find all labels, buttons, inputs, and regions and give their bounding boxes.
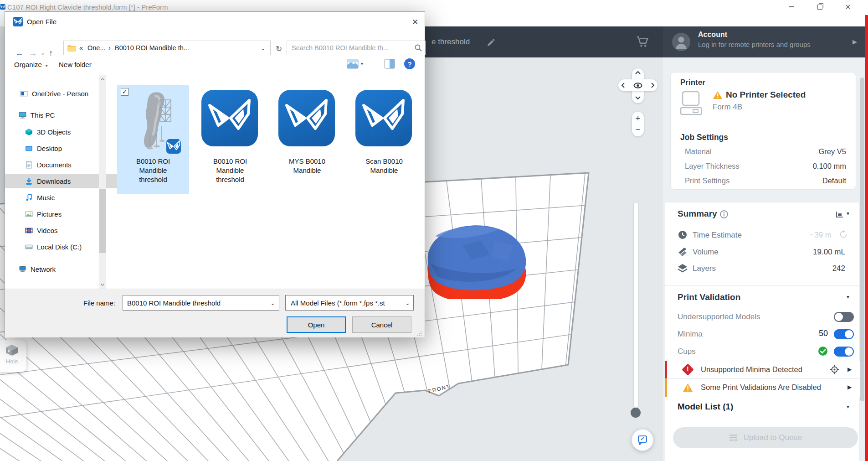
file-type-select[interactable]: All Model Files (*.form *.fps *.st ⌄ <box>285 295 414 311</box>
printer-icon <box>680 91 702 115</box>
minima-toggle[interactable] <box>834 329 854 339</box>
cart-icon[interactable] <box>636 35 649 48</box>
refresh-button[interactable]: ↻ <box>276 44 282 54</box>
organize-menu[interactable]: Organize ▾ <box>14 61 48 68</box>
feedback-button[interactable] <box>632 429 653 451</box>
search-icon[interactable] <box>415 44 422 52</box>
sidebar-item-this-pc[interactable]: This PC <box>5 108 113 122</box>
undersupported-models-toggle[interactable] <box>834 312 854 322</box>
network-icon <box>19 265 26 273</box>
sidebar-scrollbar[interactable] <box>99 75 106 289</box>
chevron-right-icon[interactable]: ▶ <box>847 366 852 373</box>
zoom-out-button[interactable]: − <box>632 124 644 135</box>
address-bar[interactable]: « One... › B0010 ROI Mandible th... ⌄ <box>63 41 271 55</box>
material-value[interactable]: Grey V5 <box>818 147 846 156</box>
account-header[interactable]: Account Log in for remote printers and g… <box>663 26 868 57</box>
chevron-right-icon[interactable]: ▶ <box>847 384 852 390</box>
new-folder-button[interactable]: New folder <box>59 61 92 68</box>
model-mesh[interactable] <box>421 218 536 299</box>
breadcrumb-parent[interactable]: One... <box>87 44 106 52</box>
scrollbar-thumb[interactable] <box>99 189 106 253</box>
chevron-right-icon[interactable]: ▶ <box>853 38 857 45</box>
hole-tool-button[interactable]: Hole <box>0 340 26 372</box>
file-name-combo[interactable]: ⌄ <box>123 295 279 311</box>
file-name-line: Scan B0010 <box>348 157 420 166</box>
file-name-input[interactable] <box>123 299 267 307</box>
zoom-in-button[interactable]: + <box>632 113 644 124</box>
summary-collapse-icon[interactable]: ▾ <box>847 210 849 217</box>
back-button[interactable]: ← <box>15 48 24 58</box>
print-settings-value[interactable]: Default <box>822 176 846 185</box>
file-name-line: threshold <box>194 175 266 184</box>
forward-button[interactable]: → <box>29 48 37 58</box>
cancel-button[interactable]: Cancel <box>352 316 411 333</box>
refresh-estimate-icon[interactable] <box>839 230 848 239</box>
preform-file-icon <box>201 90 258 146</box>
layers-label: Layers <box>693 264 716 273</box>
file-name-line: B0010 ROI <box>117 157 189 166</box>
summary-title: Summary <box>678 209 717 219</box>
view-eye-icon[interactable] <box>633 82 642 88</box>
cups-toggle[interactable] <box>834 347 854 357</box>
computer-icon <box>19 111 26 119</box>
search-box[interactable] <box>287 41 426 55</box>
upload-to-queue-button[interactable]: Upload to Queue <box>673 427 858 448</box>
layer-thickness-label: Layer Thickness <box>685 162 740 171</box>
warning-row-validations-disabled[interactable]: Some Print Validations Are Disabled ▶ <box>665 378 862 397</box>
divider <box>665 285 860 286</box>
chevron-down-icon[interactable]: ⌄ <box>402 300 413 306</box>
help-button[interactable]: ? <box>404 58 415 69</box>
address-dropdown-chevron[interactable]: ⌄ <box>261 45 266 52</box>
undersupported-models-label: Undersupported Models <box>678 312 760 321</box>
orbit-down-button[interactable] <box>633 95 642 101</box>
layer-slider-handle[interactable] <box>631 408 641 418</box>
right-panel: Account Log in for remote printers and g… <box>663 26 868 461</box>
open-button[interactable]: Open <box>287 316 346 333</box>
orbit-left-button[interactable] <box>620 82 626 88</box>
job-title-partial[interactable]: e threshold <box>431 37 470 47</box>
file-name-line: MYS B0010 <box>271 157 343 166</box>
resize-grip[interactable] <box>417 331 422 336</box>
orbit-up-button[interactable] <box>633 69 642 76</box>
locate-icon[interactable] <box>830 365 839 374</box>
up-button[interactable]: ↑ <box>49 48 53 58</box>
file-type-value: All Model Files (*.form *.fps *.st <box>286 299 402 307</box>
file-checkbox[interactable]: ✓ <box>121 88 128 96</box>
file-item[interactable]: B0010 ROI Mandible threshold <box>194 85 266 194</box>
file-item[interactable]: MYS B0010 Mandible <box>271 85 343 194</box>
question-icon: ? <box>407 60 411 68</box>
chevron-down-icon[interactable]: ⌄ <box>267 300 279 306</box>
minima-value[interactable]: 50 <box>819 329 828 338</box>
printer-status[interactable]: No Printer Selected <box>726 90 806 100</box>
layer-thickness-value[interactable]: 0.100 mm <box>813 162 846 171</box>
view-thumbnails-icon[interactable] <box>347 59 359 69</box>
model-list-collapse-icon[interactable]: ▾ <box>847 404 849 410</box>
view-options-chevron[interactable]: ▾ <box>361 61 363 66</box>
cups-ok-icon <box>818 346 828 356</box>
preview-pane-icon[interactable] <box>384 59 395 69</box>
recent-locations-chevron[interactable]: ⌄ <box>41 50 45 56</box>
edit-pencil-icon[interactable] <box>487 38 495 46</box>
sidebar-item-network[interactable]: Network <box>5 262 113 276</box>
minimize-button[interactable] <box>781 0 802 14</box>
breadcrumb-root[interactable]: « <box>79 44 83 52</box>
maximize-button[interactable] <box>809 0 830 14</box>
warning-row-unsupported-minima[interactable]: ! Unsupported Minima Detected ▶ <box>665 361 862 379</box>
warning-triangle-icon <box>683 383 693 392</box>
search-input[interactable] <box>287 41 426 55</box>
cube-icon <box>25 128 33 136</box>
close-button[interactable]: ✕ <box>837 0 858 14</box>
sidebar-item-onedrive[interactable]: OneDrive - Person <box>5 86 114 101</box>
dialog-close-button[interactable]: ✕ <box>406 16 424 28</box>
panel-scrollbar[interactable] <box>860 78 864 401</box>
orbit-right-button[interactable] <box>650 82 656 88</box>
chart-view-icon[interactable] <box>836 211 843 218</box>
print-validation-collapse-icon[interactable]: ▾ <box>847 294 849 300</box>
close-icon: ✕ <box>845 3 851 11</box>
file-item[interactable]: ✓ B0010 ROI Mandible threshold <box>117 85 189 194</box>
error-exclaim: ! <box>687 365 689 373</box>
info-icon[interactable] <box>720 210 728 218</box>
file-item[interactable]: Scan B0010 Mandible <box>348 85 420 194</box>
breadcrumb-current[interactable]: B0010 ROI Mandible th... <box>115 44 189 52</box>
layer-slider-track[interactable] <box>634 202 638 407</box>
